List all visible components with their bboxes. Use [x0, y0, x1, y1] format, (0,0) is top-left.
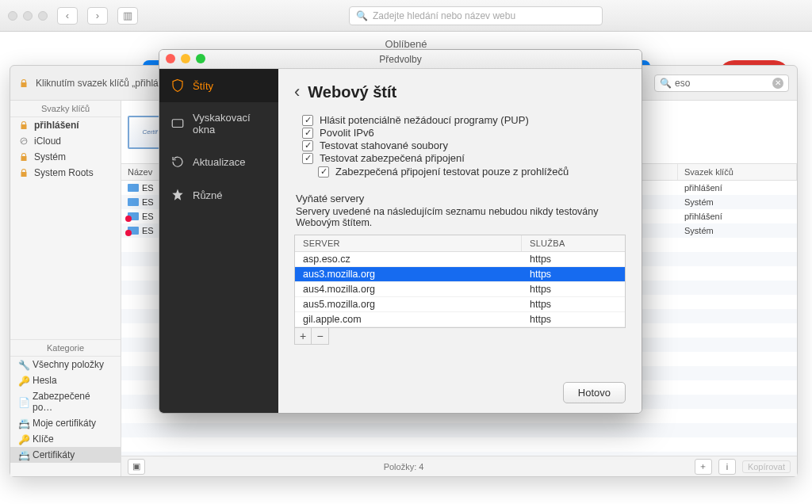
search-icon: 🔍: [660, 78, 672, 89]
keychain-item[interactable]: iCloud: [10, 133, 121, 149]
misc-icon: [170, 188, 185, 202]
sidebar-item-popups[interactable]: Vyskakovací okna: [159, 102, 278, 145]
close-icon[interactable]: [8, 11, 17, 21]
keychain-title: Kliknutím svazek klíčů „přihláš: [36, 78, 163, 89]
category-icon: 🔑: [18, 376, 28, 385]
done-button[interactable]: Hotovo: [563, 382, 626, 403]
keychain-item-label: přihlášení: [34, 120, 79, 131]
back-button[interactable]: ‹: [57, 7, 78, 25]
col-chain[interactable]: Svazek klíčů: [678, 164, 797, 180]
popups-icon: [170, 116, 185, 131]
category-item[interactable]: 🔑Klíče: [10, 431, 121, 447]
sidebar-item-misc[interactable]: Různé: [159, 178, 278, 212]
sidebar-item-shields[interactable]: Štíty: [159, 69, 278, 102]
server-row[interactable]: asp.eso.czhttps: [295, 252, 625, 267]
back-button[interactable]: ‹: [294, 82, 300, 102]
lock-icon[interactable]: [18, 78, 29, 89]
server-name: gil.apple.com: [295, 312, 522, 326]
favorites-label: Oblíbené: [0, 38, 812, 50]
browser-toolbar: ‹ › ▥ 🔍 Zadejte hledání nebo název webu: [0, 0, 812, 32]
minimize-icon[interactable]: [23, 11, 33, 21]
category-item[interactable]: 📇Certifikáty: [10, 447, 121, 463]
category-icon: 🔑: [18, 434, 28, 444]
server-table-tools: + −: [294, 328, 329, 345]
server-row[interactable]: gil.apple.comhttps: [295, 312, 625, 327]
item-count: Položky: 4: [384, 462, 424, 472]
updates-icon: [170, 155, 185, 169]
row-name: ES: [142, 197, 154, 207]
zoom-icon[interactable]: [196, 54, 205, 63]
category-item[interactable]: 📇Moje certifikáty: [10, 415, 121, 431]
copy-button[interactable]: Kopírovat: [742, 460, 791, 473]
exempt-servers-header: Vyňaté servery: [296, 193, 626, 204]
sidebar-item-label: Různé: [193, 189, 223, 201]
minimize-icon[interactable]: [181, 54, 190, 63]
preferences-title: Předvolby: [379, 54, 421, 65]
add-button[interactable]: ＋: [695, 459, 712, 475]
category-item[interactable]: 🔧Všechny položky: [10, 357, 121, 372]
category-label: Klíče: [33, 433, 54, 445]
keychain-item[interactable]: Systém: [10, 149, 121, 165]
checkbox-icon: [302, 153, 313, 164]
add-server-button[interactable]: +: [295, 328, 312, 344]
checkbox-icon: [318, 166, 329, 178]
checkbox-row[interactable]: Testovat zabezpečená připojení: [302, 152, 626, 164]
checkbox-secure-browsers-only[interactable]: Zabezpečená připojení testovat pouze z p…: [318, 166, 626, 178]
keychain-footer: ▣ ＋ i Kopírovat Položky: 4: [121, 456, 797, 476]
lock-icon: [18, 120, 29, 131]
checkbox-label: Hlásit potenciálně nežádoucí programy (P…: [320, 114, 529, 126]
checkbox-row[interactable]: Testovat stahované soubory: [302, 139, 626, 151]
row-name: ES: [142, 212, 154, 221]
exempt-servers-description: Servery uvedené na následujícím seznamu …: [296, 206, 626, 228]
col-service[interactable]: SLUŽBA: [522, 235, 625, 251]
page-title: Webový štít: [308, 83, 396, 101]
zoom-icon[interactable]: [38, 11, 48, 21]
checkbox-label: Testovat zabezpečená připojení: [320, 152, 465, 164]
server-service: https: [522, 282, 625, 296]
traffic-lights: [8, 11, 48, 21]
server-row[interactable]: aus5.mozilla.orghttps: [295, 297, 625, 312]
preferences-main: ‹ Webový štít Hlásit potenciálně nežádou…: [278, 69, 642, 413]
category-item[interactable]: 📄Zabezpečené po…: [10, 388, 121, 415]
server-service: https: [522, 267, 625, 281]
remove-server-button[interactable]: −: [312, 328, 328, 344]
info-button[interactable]: i: [718, 459, 736, 475]
server-name: aus3.mozilla.org: [295, 267, 522, 281]
keychain-item-label: Systém: [34, 151, 66, 162]
checkbox-row[interactable]: Hlásit potenciálně nežádoucí programy (P…: [302, 114, 626, 126]
forward-button[interactable]: ›: [87, 7, 108, 25]
row-name: ES: [142, 183, 154, 193]
close-icon[interactable]: [166, 54, 175, 63]
checkbox-label: Testovat stahované soubory: [320, 139, 448, 151]
row-name: ES: [142, 226, 154, 235]
server-table: SERVER SLUŽBA asp.eso.czhttpsaus3.mozill…: [294, 235, 626, 328]
lock-icon: [18, 151, 29, 162]
keychain-item-label: iCloud: [34, 136, 61, 147]
keychain-item[interactable]: přihlášení: [10, 117, 121, 133]
certificate-icon: [128, 212, 139, 220]
keychain-sidebar: Svazky klíčů přihlášeníiCloudSystémSyste…: [10, 101, 121, 476]
category-label: Certifikáty: [33, 449, 75, 460]
shields-icon: [170, 78, 185, 93]
category-label: Hesla: [33, 375, 57, 386]
category-label: Zabezpečené po…: [33, 391, 113, 413]
category-item[interactable]: 🔑Hesla: [10, 372, 121, 388]
sidebar-item-label: Aktualizace: [193, 156, 245, 168]
server-row[interactable]: aus3.mozilla.orghttps: [295, 267, 625, 282]
preview-toggle-button[interactable]: ▣: [128, 459, 145, 475]
row-chain: Systém: [678, 226, 797, 235]
sidebar-item-updates[interactable]: Aktualizace: [159, 145, 278, 178]
server-row[interactable]: aus4.mozilla.orghttps: [295, 282, 625, 297]
category-icon: 📇: [18, 418, 28, 428]
row-chain: Systém: [678, 197, 797, 207]
certificate-icon: [128, 227, 139, 235]
checkbox-row[interactable]: Povolit IPv6: [302, 127, 626, 139]
sidebar-toggle-button[interactable]: ▥: [117, 7, 138, 25]
col-server[interactable]: SERVER: [295, 235, 522, 251]
server-service: https: [522, 312, 625, 326]
server-name: asp.eso.cz: [295, 252, 522, 266]
keychain-search[interactable]: 🔍 eso ✕: [654, 74, 789, 92]
keychain-item[interactable]: System Roots: [10, 165, 121, 181]
address-bar[interactable]: 🔍 Zadejte hledání nebo název webu: [349, 6, 603, 25]
clear-search-icon[interactable]: ✕: [772, 78, 783, 89]
